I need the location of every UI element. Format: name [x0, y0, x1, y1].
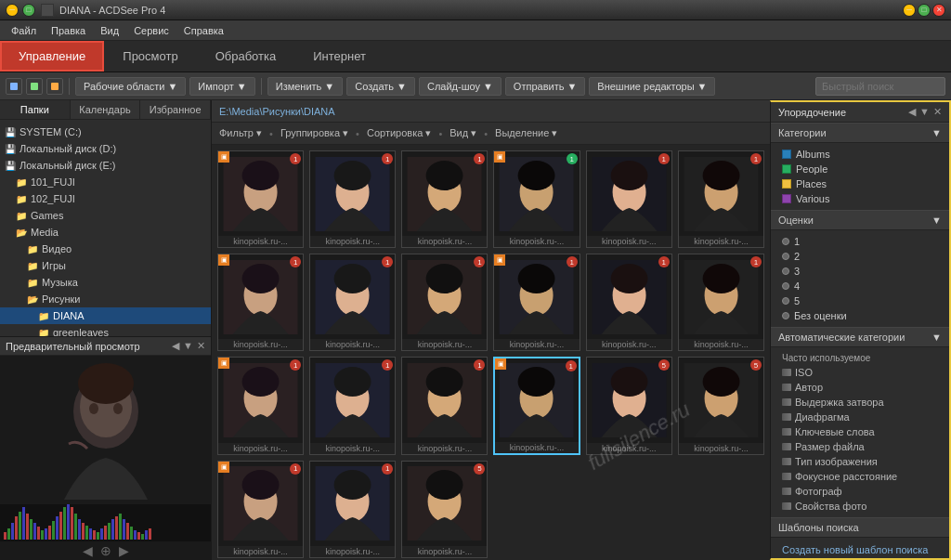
thumb-item[interactable]: kinopoisk.ru-...1▣: [217, 150, 304, 248]
tab-manage[interactable]: Управление: [0, 41, 104, 72]
send-button[interactable]: Отправить ▼: [505, 77, 585, 96]
external-editors-button[interactable]: Внешние редакторы ▼: [589, 77, 715, 96]
tree-item-____[interactable]: 📁Игры: [0, 257, 211, 274]
thumb-item[interactable]: kinopoisk.ru-...1: [678, 254, 764, 351]
auto-cat-item-Диафрагма[interactable]: Диафрагма: [778, 410, 942, 424]
tree-item-_____[interactable]: 📁Видео: [0, 241, 211, 257]
thumb-item[interactable]: kinopoisk.ru-...1▣: [493, 150, 580, 248]
filter-item-Выделение[interactable]: Выделение ▾: [495, 127, 557, 139]
tree-item-Media[interactable]: 📂Media: [0, 224, 211, 241]
filter-item-Сортировка[interactable]: Сортировка ▾: [367, 127, 431, 139]
right-panel-close-icon[interactable]: ✕: [933, 106, 942, 118]
folder-tab-Папки[interactable]: Папки: [0, 100, 71, 119]
thumb-item[interactable]: kinopoisk.ru-...1: [309, 357, 396, 454]
create-search-template-button[interactable]: Создать новый шаблон поиска: [778, 541, 942, 558]
thumb-item[interactable]: kinopoisk.ru-...1: [586, 254, 672, 351]
tree-item-SYSTEM__C__[interactable]: 💾SYSTEM (C:): [0, 124, 211, 140]
thumb-item[interactable]: kinopoisk.ru-...1: [401, 150, 488, 248]
preview-pin-icon[interactable]: ◀: [172, 340, 179, 352]
rating-item-4[interactable]: 4: [778, 279, 942, 293]
thumb-item[interactable]: kinopoisk.ru-...1: [309, 461, 396, 558]
create-button[interactable]: Создать ▼: [346, 77, 415, 96]
tree-item-________________D__[interactable]: 💾Локальный диск (D:): [0, 140, 211, 157]
search-input[interactable]: [815, 77, 945, 96]
auto-cat-item-Выдержка затвора[interactable]: Выдержка затвора: [778, 395, 942, 410]
thumb-item[interactable]: kinopoisk.ru-...1: [586, 150, 672, 248]
folder-tabs: ПапкиКалендарьИзбранное: [0, 100, 211, 120]
tree-item-101_FUJI[interactable]: 📁101_FUJI: [0, 174, 211, 190]
auto-cat-item-Ключевые слова[interactable]: Ключевые слова: [778, 424, 942, 439]
win-minimize-button[interactable]: ─: [903, 4, 916, 17]
preview-nav-icon[interactable]: ▼: [183, 340, 193, 352]
thumb-item[interactable]: kinopoisk.ru-...1: [401, 254, 488, 351]
thumb-item[interactable]: kinopoisk.ru-...1▣: [217, 461, 304, 558]
thumb-item[interactable]: kinopoisk.ru-...1: [309, 150, 396, 248]
tree-item-_______[interactable]: 📂Рисунки: [0, 291, 211, 307]
rating-item-3[interactable]: 3: [778, 264, 942, 279]
rating-item-2[interactable]: 2: [778, 249, 942, 264]
ratings-header[interactable]: Оценки▼: [771, 210, 949, 230]
rating-item-Без оценки[interactable]: Без оценки: [778, 308, 942, 323]
thumb-item[interactable]: kinopoisk.ru-...5: [678, 357, 764, 454]
tree-item-DIANA[interactable]: 📁DIANA: [0, 307, 211, 324]
thumb-item[interactable]: kinopoisk.ru-...1▣: [217, 357, 304, 454]
menu-item-Файл[interactable]: Файл: [4, 23, 44, 38]
tab-process[interactable]: Обработка: [197, 41, 295, 72]
menu-item-Справка[interactable]: Справка: [176, 23, 231, 38]
thumb-item[interactable]: kinopoisk.ru-...5: [586, 357, 672, 454]
frequently-used-header[interactable]: Часто используемое: [778, 351, 942, 365]
rating-item-1[interactable]: 1: [778, 234, 942, 249]
auto-cat-item-Тип изображения[interactable]: Тип изображения: [778, 454, 942, 469]
tree-item-________________E__[interactable]: 💾Локальный диск (E:): [0, 157, 211, 174]
auto-cat-item-Фотограф[interactable]: Фотограф: [778, 484, 942, 499]
auto-cat-item-Автор[interactable]: Автор: [778, 380, 942, 395]
category-item-Albums[interactable]: Albums: [778, 147, 942, 162]
tab-internet[interactable]: Интернет: [294, 41, 384, 72]
tree-item-Games[interactable]: 📁Games: [0, 207, 211, 224]
modify-button[interactable]: Изменить ▼: [267, 77, 344, 96]
category-item-Places[interactable]: Places: [778, 176, 942, 191]
tree-item-greenleaves[interactable]: 📁greenleaves: [0, 324, 211, 336]
zoom-icon[interactable]: ⊕: [100, 543, 111, 558]
minimize-button[interactable]: ─: [6, 4, 19, 17]
menu-item-Вид[interactable]: Вид: [93, 23, 126, 38]
category-item-Various[interactable]: Various: [778, 191, 942, 206]
win-maximize-button[interactable]: □: [918, 4, 931, 17]
auto-categories-header[interactable]: Автоматические категории▼: [771, 327, 949, 347]
tree-item-______[interactable]: 📁Музыка: [0, 274, 211, 291]
filter-item-Группировка[interactable]: Группировка ▾: [280, 127, 348, 139]
right-panel-nav-icon[interactable]: ▼: [919, 106, 930, 118]
thumb-item[interactable]: kinopoisk.ru-...1: [309, 254, 396, 351]
preview-close-icon[interactable]: ✕: [197, 340, 205, 352]
import-button[interactable]: Импорт ▼: [189, 77, 254, 96]
auto-cat-item-Фокусное расстояние[interactable]: Фокусное расстояние: [778, 469, 942, 484]
maximize-button[interactable]: □: [22, 4, 35, 17]
thumb-item[interactable]: kinopoisk.ru-...1▣: [493, 254, 580, 351]
filter-item-Фильтр[interactable]: Фильтр ▾: [219, 127, 262, 139]
thumb-item[interactable]: kinopoisk.ru-...1▣: [217, 254, 304, 351]
menu-item-Правка[interactable]: Правка: [44, 23, 93, 38]
filter-item-Вид[interactable]: Вид ▾: [449, 127, 476, 139]
menu-item-Сервис[interactable]: Сервис: [126, 23, 176, 38]
slideshow-button[interactable]: Слайд-шоу ▼: [419, 77, 502, 96]
right-panel-pin-icon[interactable]: ◀: [908, 106, 916, 118]
auto-cat-item-ISO[interactable]: ISO: [778, 365, 942, 380]
tree-item-102_FUJI[interactable]: 📁102_FUJI: [0, 190, 211, 207]
next-icon[interactable]: ▶: [119, 543, 129, 558]
rating-item-5[interactable]: 5: [778, 293, 942, 308]
workspaces-button[interactable]: Рабочие области ▼: [75, 77, 186, 96]
thumb-item[interactable]: kinopoisk.ru-...1: [401, 357, 488, 454]
thumb-item[interactable]: kinopoisk.ru-...5: [401, 461, 488, 558]
auto-cat-item-Размер файла[interactable]: Размер файла: [778, 439, 942, 454]
folder-tab-Избранное[interactable]: Избранное: [140, 100, 211, 119]
category-item-People[interactable]: People: [778, 162, 942, 176]
prev-icon[interactable]: ◀: [83, 543, 93, 558]
search-templates-header[interactable]: Шаблоны поиска: [771, 517, 949, 538]
thumb-item[interactable]: kinopoisk.ru-...1: [678, 150, 764, 248]
folder-tab-Календарь[interactable]: Календарь: [71, 100, 141, 119]
tab-view[interactable]: Просмотр: [104, 41, 196, 72]
categories-header[interactable]: Категории▼: [771, 123, 949, 143]
thumb-item[interactable]: kinopoisk.ru-...1▣: [493, 357, 580, 454]
auto-cat-item-Свойства фото[interactable]: Свойства фото: [778, 499, 942, 514]
win-close-button[interactable]: ✕: [932, 4, 945, 17]
